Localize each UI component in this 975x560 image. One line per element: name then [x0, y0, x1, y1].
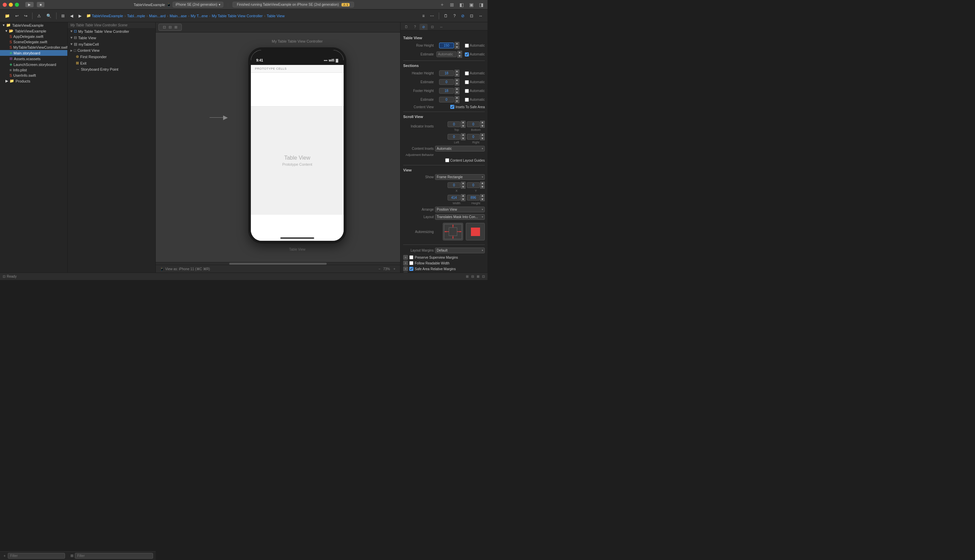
follow-plus[interactable]: ＋: [403, 261, 408, 265]
preserve-plus[interactable]: ＋: [403, 255, 408, 260]
header-est-decrement[interactable]: ▼: [455, 82, 460, 85]
left-decrement[interactable]: ▼: [461, 137, 465, 140]
width-input[interactable]: [448, 195, 460, 200]
triangle-icon-1[interactable]: ▶: [70, 30, 73, 32]
x-stepper[interactable]: ▲ ▼: [461, 182, 465, 189]
undo-btn[interactable]: ↩: [13, 13, 21, 19]
autoresizing-arrows-box[interactable]: [443, 223, 463, 240]
help-btn[interactable]: ?: [451, 13, 458, 19]
triangle-icon-4[interactable]: ▶: [70, 49, 72, 52]
nav-infoplist[interactable]: ≡ Info.plist: [0, 67, 67, 73]
nav-scenedelegate[interactable]: S SceneDelegate.swift: [0, 39, 67, 45]
right-increment[interactable]: ▲: [480, 133, 485, 137]
scene-tableview[interactable]: ▶ ⊟ Table View: [68, 35, 156, 41]
breadcrumb-main[interactable]: Main...ard: [149, 14, 166, 18]
nav-userinfo[interactable]: S UserInfo.swift: [0, 73, 67, 78]
right-stepper[interactable]: ▲ ▼: [480, 133, 485, 140]
add-icon[interactable]: ＋: [438, 1, 446, 8]
estimate-stepper[interactable]: ▲ ▼: [457, 51, 462, 58]
header-est-auto-checkbox[interactable]: [465, 80, 469, 84]
connection-inspector-btn[interactable]: ↔: [477, 13, 485, 19]
breadcrumb-tabl[interactable]: Tabl...mple: [127, 14, 145, 18]
footer-est-auto-checkbox[interactable]: [465, 98, 469, 102]
w-increment[interactable]: ▲: [461, 194, 465, 197]
indicator-bottom-input[interactable]: [467, 122, 480, 127]
x-input[interactable]: [448, 182, 460, 188]
footer-est-stepper[interactable]: ▲ ▼: [455, 96, 460, 103]
header-stepper[interactable]: ▲ ▼: [455, 70, 460, 77]
content-layout-checkbox[interactable]: [445, 158, 449, 162]
breadcrumb-tableviewexample[interactable]: TableViewExample: [92, 14, 123, 18]
arrange-dropdown[interactable]: Position View ▾: [435, 207, 485, 212]
navigator-toggle[interactable]: 📁: [3, 13, 12, 19]
status-icon-4[interactable]: ⊡: [482, 275, 485, 278]
tab-attributes[interactable]: ⊘: [420, 24, 428, 30]
show-dropdown[interactable]: Frame Rectangle ▾: [435, 174, 485, 180]
row-height-stepper[interactable]: ▲ ▼: [455, 42, 460, 49]
footer-stepper[interactable]: ▲ ▼: [455, 87, 460, 94]
header-decrement[interactable]: ▼: [455, 73, 460, 77]
footer-estimate-input[interactable]: [439, 97, 454, 102]
warning-btn[interactable]: ⚠: [35, 13, 43, 19]
zoom-out-btn[interactable]: −: [378, 267, 381, 271]
y-input[interactable]: [467, 182, 480, 188]
w-stepper[interactable]: ▲ ▼: [461, 194, 465, 201]
nav-root[interactable]: ▾ 📁 TableViewExample: [0, 22, 67, 28]
attribute-inspector-btn[interactable]: ⊘: [459, 13, 467, 19]
bottom-stepper[interactable]: ▲ ▼: [480, 121, 485, 128]
row-height-input[interactable]: [439, 43, 454, 48]
left-stepper[interactable]: ▲ ▼: [461, 133, 465, 140]
footer-auto-checkbox[interactable]: [465, 89, 469, 93]
more-options[interactable]: ⋯: [428, 13, 436, 19]
header-estimate-input[interactable]: [439, 79, 454, 85]
size-inspector-btn[interactable]: ⊡: [468, 13, 475, 19]
estimate-increment[interactable]: ▲: [457, 51, 462, 54]
scene-first-responder[interactable]: ⊛ First Responder: [68, 53, 156, 60]
row-height-decrement[interactable]: ▼: [455, 46, 460, 49]
aspect-fit-icon[interactable]: ⊡: [163, 25, 166, 29]
nav-launchscreen[interactable]: ◈ LaunchScreen.storyboard: [0, 62, 67, 67]
left-increment[interactable]: ▲: [461, 133, 465, 137]
scene-entry-point[interactable]: → Storyboard Entry Point: [68, 66, 156, 72]
indicator-left-input[interactable]: [448, 134, 460, 140]
safe-layout-plus[interactable]: ＋: [403, 272, 408, 273]
fullscreen-button[interactable]: [15, 3, 19, 7]
scene-controller[interactable]: ▶ ⊡ My Table Table View Controller: [68, 28, 156, 35]
find-btn[interactable]: 🔍: [44, 13, 54, 19]
x-decrement[interactable]: ▼: [461, 185, 465, 189]
header-est-increment[interactable]: ▲: [455, 78, 460, 82]
footer-increment[interactable]: ▲: [455, 87, 460, 91]
aspect-fill-icon[interactable]: ⊟: [169, 25, 172, 29]
tab-quick-help[interactable]: ?: [411, 24, 419, 30]
redo-btn[interactable]: ↪: [22, 13, 30, 19]
y-decrement[interactable]: ▼: [480, 185, 485, 189]
header-increment[interactable]: ▲: [455, 70, 460, 73]
full-screen-icon[interactable]: ⊞: [174, 25, 177, 29]
y-increment[interactable]: ▲: [480, 182, 485, 185]
panel-left-icon[interactable]: ◧: [458, 2, 465, 8]
panel-right-icon[interactable]: ◨: [478, 2, 485, 8]
layout-dropdown[interactable]: Translates Mask Into Con... ▾: [435, 214, 485, 220]
x-increment[interactable]: ▲: [461, 182, 465, 185]
footer-decrement[interactable]: ▼: [455, 91, 460, 94]
nav-back-btn[interactable]: ◀: [68, 13, 75, 19]
safe-area-plus[interactable]: ＋: [403, 267, 408, 271]
scrollbar-thumb[interactable]: [229, 263, 327, 265]
inspector-toggle[interactable]: ≡: [420, 13, 426, 19]
header-height-input[interactable]: [439, 70, 454, 76]
footer-est-increment[interactable]: ▲: [455, 96, 460, 99]
tab-file[interactable]: 🗒: [402, 24, 411, 30]
nav-mainstoryboard[interactable]: ◈ Main.storyboard: [0, 50, 67, 56]
zoom-in-btn[interactable]: ＋: [393, 267, 396, 271]
content-insets-dropdown[interactable]: Automatic ▾: [435, 146, 485, 152]
status-icon-1[interactable]: ⊞: [466, 275, 468, 278]
indicator-top-input[interactable]: [448, 122, 460, 127]
y-stepper[interactable]: ▲ ▼: [480, 182, 485, 189]
breadcrumb-1[interactable]: 📁: [86, 13, 91, 18]
breadcrumb-controller[interactable]: My Table Table View Controller: [212, 14, 263, 18]
tab-size[interactable]: ⊡: [428, 24, 436, 30]
panel-center-icon[interactable]: ▣: [468, 2, 475, 8]
bottom-decrement[interactable]: ▼: [480, 125, 485, 128]
stop-button[interactable]: ■: [37, 2, 45, 7]
h-decrement[interactable]: ▼: [480, 198, 485, 201]
